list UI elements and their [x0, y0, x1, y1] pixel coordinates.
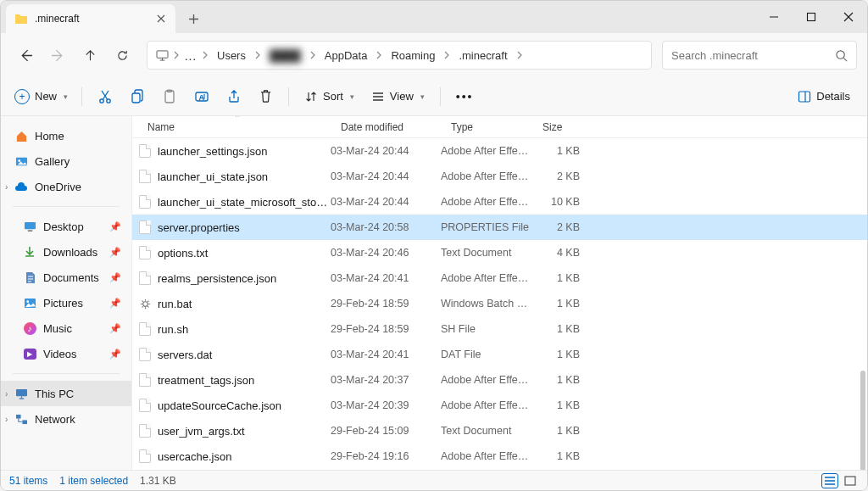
chevron-right-icon[interactable]: ›	[5, 389, 8, 399]
network-icon	[14, 412, 28, 426]
sidebar-item-network[interactable]: › Network	[1, 406, 131, 432]
table-row[interactable]: usercache.json29-Feb-24 19:16Adobe After…	[132, 444, 867, 469]
file-name: servers.dat	[158, 349, 331, 361]
sidebar-label: Gallery	[35, 155, 70, 168]
pin-icon: 📌	[109, 247, 121, 258]
sidebar-label: Documents	[43, 271, 99, 284]
sort-indicator-icon: ⌃	[234, 116, 241, 122]
cut-button[interactable]	[91, 83, 120, 110]
column-name[interactable]: Name	[132, 121, 331, 133]
file-size: 1 KB	[532, 425, 587, 437]
breadcrumb-segment[interactable]: Roaming	[386, 46, 440, 65]
address-bar[interactable]: … Users████AppDataRoaming.minecraft	[147, 41, 652, 70]
table-row[interactable]: launcher_settings.json03-Mar-24 20:44Ado…	[132, 138, 867, 164]
chevron-right-icon[interactable]	[253, 51, 263, 59]
search-box[interactable]	[662, 41, 857, 70]
table-row[interactable]: launcher_ui_state.json03-Mar-24 20:44Ado…	[132, 164, 867, 189]
chevron-right-icon[interactable]	[374, 51, 384, 59]
sidebar-item-documents[interactable]: Documents📌	[1, 265, 131, 290]
sidebar-item-gallery[interactable]: Gallery	[1, 148, 131, 174]
file-date: 03-Mar-24 20:37	[331, 374, 441, 386]
sidebar-item-onedrive[interactable]: › OneDrive	[1, 174, 131, 199]
file-icon	[132, 348, 158, 361]
minimize-button[interactable]	[755, 1, 793, 33]
tab[interactable]: .minecraft	[6, 4, 175, 33]
sort-button[interactable]: Sort ▾	[298, 83, 361, 110]
up-button[interactable]	[75, 41, 104, 70]
ellipsis-icon[interactable]: …	[183, 47, 198, 63]
chevron-right-icon[interactable]: ›	[5, 182, 8, 192]
close-tab-icon[interactable]	[155, 13, 167, 25]
column-type[interactable]: Type	[441, 121, 532, 133]
file-date: 03-Mar-24 20:44	[331, 145, 441, 157]
sidebar-label: Music	[43, 322, 72, 335]
svg-point-2	[837, 50, 844, 58]
chevron-right-icon[interactable]	[308, 51, 318, 59]
table-row[interactable]: options.txt03-Mar-24 20:46Text Document4…	[132, 240, 867, 265]
view-button[interactable]: View ▾	[364, 83, 431, 110]
table-row[interactable]: run.bat29-Feb-24 18:59Windows Batch File…	[132, 291, 867, 316]
column-size[interactable]: Size	[532, 121, 587, 133]
breadcrumb-segment[interactable]: AppData	[320, 46, 373, 65]
details-icon	[798, 90, 811, 103]
sidebar-item-videos[interactable]: ▶Videos📌	[1, 341, 131, 366]
breadcrumb-segment[interactable]: Users	[212, 46, 251, 65]
table-row[interactable]: updateSourceCache.json03-Mar-24 20:39Ado…	[132, 393, 867, 418]
sidebar-item-thispc[interactable]: › This PC	[1, 381, 131, 406]
chevron-right-icon[interactable]	[200, 51, 210, 59]
table-row[interactable]: realms_persistence.json03-Mar-24 20:41Ad…	[132, 265, 867, 291]
new-button[interactable]: + New ▾	[11, 83, 73, 110]
pc-icon	[14, 387, 28, 400]
maximize-button[interactable]	[793, 1, 830, 33]
chevron-down-icon: ▾	[420, 92, 425, 101]
thumbnails-view-icon[interactable]	[842, 473, 859, 488]
new-tab-button[interactable]	[179, 4, 208, 33]
file-size: 1 KB	[532, 323, 587, 335]
file-size: 1 KB	[532, 349, 587, 360]
sidebar-item-downloads[interactable]: Downloads📌	[1, 239, 131, 265]
more-button[interactable]: •••	[449, 83, 481, 110]
sidebar-item-pictures[interactable]: Pictures📌	[1, 290, 131, 315]
svg-rect-18	[16, 414, 21, 418]
breadcrumb-segment[interactable]: ████	[264, 46, 306, 65]
sidebar-item-desktop[interactable]: Desktop📌	[1, 214, 131, 239]
breadcrumb-segment[interactable]: .minecraft	[453, 46, 512, 65]
back-button[interactable]	[11, 41, 40, 70]
forward-button[interactable]	[43, 41, 72, 70]
details-pane-button[interactable]: Details	[791, 83, 857, 110]
share-button[interactable]	[220, 83, 248, 110]
file-date: 29-Feb-24 15:09	[331, 425, 441, 437]
table-row[interactable]: run.sh29-Feb-24 18:59SH File1 KB	[132, 316, 867, 342]
refresh-button[interactable]	[108, 41, 136, 70]
rename-button[interactable]: A	[187, 83, 216, 110]
table-row[interactable]: servers.dat03-Mar-24 20:41DAT File1 KB	[132, 342, 867, 367]
chevron-right-icon[interactable]	[515, 51, 525, 59]
search-input[interactable]	[671, 49, 835, 62]
sidebar: Home Gallery › OneDrive Desktop📌Download…	[1, 116, 132, 470]
file-size: 2 KB	[532, 221, 587, 233]
file-type: Adobe After Effect...	[441, 374, 532, 386]
sidebar-item-home[interactable]: Home	[1, 123, 131, 148]
column-date[interactable]: Date modified	[331, 121, 441, 133]
table-row[interactable]: server.properties03-Mar-24 20:58PROPERTI…	[132, 215, 867, 240]
sidebar-label: Videos	[43, 348, 77, 360]
table-row[interactable]: launcher_ui_state_microsoft_store.json03…	[132, 189, 867, 215]
table-row[interactable]: treatment_tags.json03-Mar-24 20:37Adobe …	[132, 367, 867, 393]
table-row[interactable]: usernamecache.json29-Feb-24 19:16Adobe A…	[132, 469, 867, 470]
status-bar: 51 items 1 item selected 1.31 KB	[1, 470, 867, 490]
sidebar-label: Pictures	[43, 297, 83, 310]
copy-button[interactable]	[123, 83, 152, 110]
scrollbar[interactable]	[860, 371, 865, 470]
file-list: ⌃ Name Date modified Type Size launcher_…	[132, 116, 867, 470]
chevron-right-icon[interactable]: ›	[5, 415, 8, 424]
chevron-right-icon[interactable]	[171, 51, 181, 59]
column-headers[interactable]: ⌃ Name Date modified Type Size	[132, 116, 867, 138]
details-view-icon[interactable]	[821, 473, 838, 488]
table-row[interactable]: user_jvm_args.txt29-Feb-24 15:09Text Doc…	[132, 418, 867, 444]
close-button[interactable]	[830, 1, 867, 33]
delete-button[interactable]	[252, 83, 280, 110]
details-label: Details	[816, 90, 850, 103]
sidebar-label: Home	[35, 130, 64, 142]
sidebar-item-music[interactable]: ♪Music📌	[1, 315, 131, 341]
chevron-right-icon[interactable]	[442, 51, 452, 59]
